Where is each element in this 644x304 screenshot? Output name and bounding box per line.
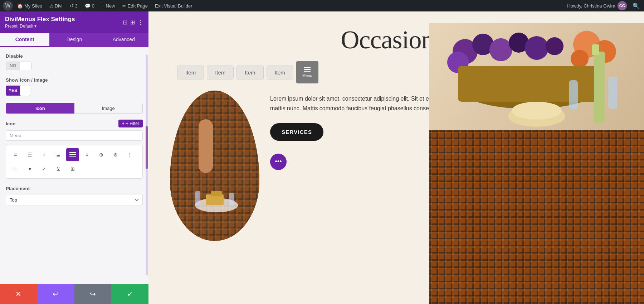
subtab-image[interactable]: Image: [74, 103, 143, 114]
disable-toggle[interactable]: NO: [6, 62, 31, 70]
divi-label: Divi: [55, 3, 63, 9]
svg-point-38: [512, 102, 562, 120]
wp-logo[interactable]: W: [3, 1, 13, 11]
divi-icon: ◎: [49, 3, 53, 9]
icon-circle[interactable]: ○: [38, 148, 50, 161]
admin-bar-mysites[interactable]: 🏠 My Sites: [14, 0, 45, 11]
cancel-button[interactable]: ✕: [0, 284, 37, 304]
filter-label: + Filter: [126, 121, 139, 126]
menu-button-label: Menu: [302, 73, 312, 78]
right-content: Occasions! Item Item Item Item Menu: [148, 11, 644, 304]
svg-rect-16: [211, 191, 222, 196]
svg-point-30: [571, 50, 589, 68]
nav-item-4[interactable]: Item: [267, 66, 293, 79]
main-layout: DiviMenus Flex Settings Preset: Default …: [0, 11, 644, 304]
tab-content[interactable]: Content: [0, 33, 49, 47]
svg-point-25: [525, 36, 548, 60]
scroll-thumb[interactable]: [146, 126, 148, 169]
admin-bar-updates[interactable]: ↺ 3: [67, 0, 80, 11]
placement-section: Placement Top Bottom Left Right: [6, 186, 143, 206]
icon-justify[interactable]: ☰: [23, 148, 36, 161]
minimize-icon[interactable]: ⊡: [123, 19, 127, 26]
icon-text-lines[interactable]: ≣: [52, 148, 65, 161]
nav-item-3[interactable]: Item: [236, 66, 263, 79]
panel-tabs: Content Design Advanced: [0, 33, 148, 47]
icon-cancel-circle[interactable]: ⊗: [109, 148, 122, 161]
filter-button[interactable]: + + Filter: [118, 120, 143, 127]
toggle-no-label: NO: [6, 62, 20, 70]
svg-rect-36: [608, 77, 617, 109]
icon-hamburger-selected[interactable]: [66, 148, 79, 161]
admin-bar-new[interactable]: + New: [99, 0, 118, 11]
more-options-icon[interactable]: ⋮: [138, 19, 143, 26]
right-photo: [429, 23, 644, 304]
toggle-handle: [20, 62, 31, 70]
icon-check-circle[interactable]: ✓: [38, 163, 50, 175]
icon-dots-3h[interactable]: ⋯: [9, 163, 22, 175]
panel-header-icons: ⊡ ⊞ ⋮: [123, 19, 143, 26]
scroll-track: [146, 54, 148, 275]
mysites-label: My Sites: [24, 3, 42, 9]
icon-chevron-down-box[interactable]: ⊻: [52, 163, 65, 175]
icon-dots-3v[interactable]: ⋮: [123, 148, 136, 161]
admin-search-button[interactable]: 🔍: [631, 1, 641, 11]
new-icon: +: [102, 3, 104, 9]
redo-button[interactable]: ↪: [74, 284, 112, 304]
svg-rect-18: [229, 193, 234, 205]
nav-item-2[interactable]: Item: [207, 66, 234, 79]
icon-section-header: Icon + + Filter: [6, 120, 143, 127]
undo-button[interactable]: ↩: [37, 284, 74, 304]
wp-admin-bar: W 🏠 My Sites ◎ Divi ↺ 3 💬 0 + New ✏ Edit…: [0, 0, 644, 11]
save-button[interactable]: ✓: [111, 284, 148, 304]
show-icon-toggle-row: YES: [6, 86, 143, 96]
svg-rect-2: [69, 156, 76, 157]
preset-arrow-icon: ▾: [34, 24, 36, 29]
tab-advanced[interactable]: Advanced: [99, 33, 148, 47]
icon-grid-cell[interactable]: ⊞: [66, 163, 79, 175]
svg-rect-48: [429, 130, 644, 304]
svg-rect-33: [594, 52, 605, 123]
nav-menu-button[interactable]: Menu: [296, 61, 318, 83]
icon-image-subtabs: Icon Image: [6, 103, 143, 114]
icon-search-text: Menu: [10, 133, 21, 138]
subtab-icon[interactable]: Icon: [6, 103, 74, 114]
svg-point-27: [546, 37, 564, 55]
panel-content: Disable NO Show Icon / Image YES Icon Im…: [0, 47, 148, 284]
disable-toggle-row: NO: [6, 62, 143, 70]
svg-rect-32: [458, 66, 601, 102]
icon-lines-center[interactable]: ≡: [80, 148, 93, 161]
updates-count: 3: [75, 3, 78, 9]
placement-label: Placement: [6, 186, 143, 191]
admin-bar-comments[interactable]: 💬 0: [82, 0, 97, 11]
page-content: Occasions! Item Item Item Item Menu: [148, 11, 644, 304]
icon-search-box: Menu: [6, 130, 143, 141]
comments-count: 0: [92, 3, 94, 9]
icon-compass[interactable]: ⊕: [95, 148, 108, 161]
panel-preset[interactable]: Preset: Default ▾: [5, 24, 75, 29]
body-section: Lorem ipsum dolor sit amet, consectetur …: [170, 91, 623, 241]
icon-align-left[interactable]: ≡: [9, 148, 22, 161]
dots-button[interactable]: •••: [270, 154, 287, 170]
svg-rect-0: [69, 152, 76, 153]
user-avatar[interactable]: CG: [618, 1, 627, 10]
expand-icon[interactable]: ⊞: [130, 19, 135, 26]
menu-icon: [304, 67, 311, 72]
admin-bar-edit-page[interactable]: ✏ Edit Page: [119, 0, 151, 11]
nav-item-1[interactable]: Item: [177, 66, 204, 79]
icon-chevron-down[interactable]: ▾: [23, 163, 36, 175]
admin-bar-exit-builder[interactable]: Exit Visual Builder: [152, 0, 195, 11]
preset-label: Preset: Default: [5, 24, 33, 29]
svg-rect-1: [69, 154, 76, 155]
left-panel: DiviMenus Flex Settings Preset: Default …: [0, 11, 148, 304]
tab-design[interactable]: Design: [49, 33, 99, 47]
howdy-section: Howdy, Christina Gwira CG: [564, 1, 630, 10]
yes-label: YES: [6, 88, 20, 93]
services-button[interactable]: SERVICES: [270, 123, 323, 141]
svg-rect-4: [170, 91, 259, 241]
edit-icon: ✏: [122, 3, 126, 9]
placement-select[interactable]: Top Bottom Left Right: [6, 194, 143, 206]
show-icon-toggle[interactable]: YES: [6, 86, 30, 96]
comments-icon: 💬: [85, 3, 91, 9]
disable-label: Disable: [6, 53, 143, 59]
admin-bar-divi[interactable]: ◎ Divi: [47, 0, 65, 11]
